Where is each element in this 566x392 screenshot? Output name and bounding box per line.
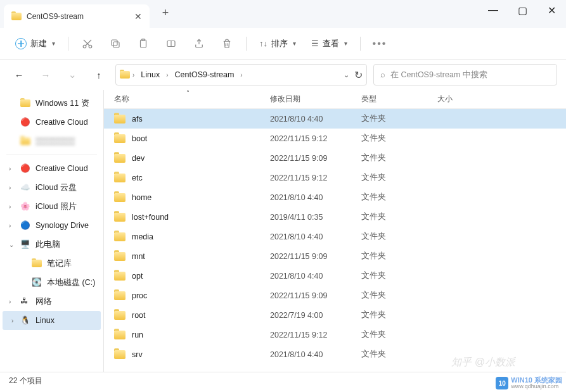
table-row[interactable]: mnt2022/11/15 9:09文件夹 bbox=[104, 246, 566, 266]
file-name: mnt bbox=[132, 252, 145, 261]
table-row[interactable]: opt2021/8/10 4:40文件夹 bbox=[104, 266, 566, 286]
sidebar-item-label: iCloud 照片 bbox=[35, 201, 77, 212]
history-dropdown-icon[interactable]: ⌄ bbox=[344, 71, 349, 79]
table-row[interactable]: etc2022/11/15 9:12文件夹 bbox=[104, 168, 566, 187]
refresh-button[interactable]: ↻ bbox=[354, 69, 363, 81]
file-name: boot bbox=[132, 134, 147, 143]
close-window-button[interactable]: ✕ bbox=[537, 0, 566, 20]
table-row[interactable]: root2022/7/19 4:00文件夹 bbox=[104, 305, 566, 325]
delete-button[interactable] bbox=[214, 32, 240, 55]
view-button[interactable]: ☰ 查看 ▾ bbox=[305, 35, 354, 53]
more-button[interactable]: ••• bbox=[367, 32, 392, 55]
table-row[interactable]: run2022/11/15 9:12文件夹 bbox=[104, 325, 566, 345]
sidebar-tree-item[interactable]: ›🖧网络 bbox=[0, 292, 103, 311]
col-date[interactable]: 修改日期 bbox=[270, 94, 361, 104]
folder-icon bbox=[20, 99, 30, 107]
breadcrumb-item[interactable]: Linux bbox=[137, 68, 164, 82]
new-button[interactable]: 新建 ▾ bbox=[9, 35, 61, 53]
sidebar-item-label: 网络 bbox=[35, 296, 52, 307]
view-label: 查看 bbox=[323, 38, 339, 49]
chevron-right-icon[interactable]: › bbox=[9, 203, 11, 210]
sidebar-item-label: Creative Cloud bbox=[35, 118, 88, 127]
sidebar-tree-item[interactable]: ›🌸iCloud 照片 bbox=[0, 197, 103, 216]
sidebar-tree-item[interactable]: ›🐧Linux bbox=[3, 311, 101, 330]
up-button[interactable]: ↑ bbox=[89, 65, 109, 85]
file-date: 2021/8/10 4:40 bbox=[270, 232, 361, 241]
table-row[interactable]: media2021/8/10 4:40文件夹 bbox=[104, 227, 566, 246]
file-name: opt bbox=[132, 272, 143, 281]
copy-button[interactable] bbox=[103, 32, 128, 55]
sidebar-quick-item[interactable]: Windows 11 资 bbox=[0, 94, 103, 113]
table-row[interactable]: afs2021/8/10 4:40文件夹 bbox=[104, 109, 566, 129]
file-name: etc bbox=[132, 174, 143, 182]
file-date: 2022/11/15 9:12 bbox=[270, 134, 361, 143]
share-button[interactable] bbox=[186, 32, 212, 55]
sidebar-tree-item[interactable]: ›☁️iCloud 云盘 bbox=[0, 178, 103, 197]
search-input[interactable]: ⌕ 在 CentOS9-stream 中搜索 bbox=[373, 64, 557, 85]
new-tab-button[interactable]: + bbox=[156, 6, 175, 20]
folder-icon bbox=[114, 213, 125, 222]
sidebar-quick-item[interactable]: 🔴Creative Cloud bbox=[0, 113, 103, 132]
plus-icon bbox=[15, 38, 27, 49]
chevron-right-icon[interactable]: › bbox=[9, 222, 11, 229]
rename-button[interactable] bbox=[158, 32, 184, 55]
chevron-right-icon[interactable]: › bbox=[9, 184, 11, 191]
minimize-button[interactable]: — bbox=[479, 0, 508, 20]
file-type: 文件夹 bbox=[361, 133, 437, 144]
sort-button[interactable]: ↑↓ 排序 ▾ bbox=[253, 35, 302, 53]
chevron-down-icon[interactable]: ⌄ bbox=[9, 241, 14, 248]
col-type[interactable]: 类型 bbox=[361, 94, 437, 104]
chevron-right-icon[interactable]: › bbox=[11, 317, 13, 324]
recent-dropdown[interactable]: ⌄ bbox=[62, 65, 82, 85]
maximize-button[interactable]: ▢ bbox=[508, 0, 537, 20]
app-icon: ☁️ bbox=[20, 182, 30, 193]
col-name[interactable]: 名称 bbox=[112, 94, 270, 104]
address-row: ← → ⌄ ↑ › Linux › CentOS9-stream › ⌄ ↻ ⌕… bbox=[0, 60, 566, 90]
file-date: 2022/11/15 9:09 bbox=[270, 252, 361, 261]
sidebar-item-label: 笔记库 bbox=[47, 258, 72, 269]
file-type: 文件夹 bbox=[361, 310, 437, 320]
chevron-down-icon: ▾ bbox=[52, 40, 55, 47]
table-row[interactable]: dev2022/11/15 9:09文件夹 bbox=[104, 148, 566, 168]
breadcrumb-item[interactable]: CentOS9-stream bbox=[171, 68, 238, 82]
file-type: 文件夹 bbox=[361, 231, 437, 242]
table-row[interactable]: proc2022/11/15 9:09文件夹 bbox=[104, 286, 566, 305]
table-row[interactable]: boot2022/11/15 9:12文件夹 bbox=[104, 129, 566, 148]
sidebar-tree-child[interactable]: 笔记库 bbox=[0, 254, 103, 273]
paste-button[interactable] bbox=[131, 32, 156, 55]
sidebar-quick-item[interactable]: ░░░░░░░ bbox=[0, 132, 103, 151]
window-tab[interactable]: CentOS9-stream ✕ bbox=[4, 4, 150, 28]
close-tab-icon[interactable]: ✕ bbox=[134, 11, 142, 22]
title-bar: CentOS9-stream ✕ + — ▢ ✕ bbox=[0, 0, 566, 28]
folder-icon bbox=[114, 174, 125, 182]
forward-button[interactable]: → bbox=[35, 65, 56, 85]
col-size[interactable]: 大小 bbox=[437, 94, 558, 104]
sidebar-item-label: 本地磁盘 (C:) bbox=[47, 277, 95, 288]
sidebar-tree-item[interactable]: ›🔴Creative Cloud bbox=[0, 159, 103, 178]
chevron-right-icon: › bbox=[240, 72, 242, 79]
sidebar-tree-item[interactable]: ⌄🖥️此电脑 bbox=[0, 235, 103, 254]
chevron-right-icon[interactable]: › bbox=[9, 165, 11, 172]
folder-icon bbox=[20, 137, 30, 145]
separator bbox=[360, 37, 361, 51]
app-icon: 🖧 bbox=[20, 296, 30, 307]
folder-icon bbox=[114, 134, 125, 143]
sidebar-tree-item[interactable]: ›🔵Synology Drive bbox=[0, 216, 103, 235]
chevron-right-icon[interactable]: › bbox=[9, 298, 11, 305]
file-list: afs2021/8/10 4:40文件夹boot2022/11/15 9:12文… bbox=[104, 109, 566, 372]
back-button[interactable]: ← bbox=[9, 65, 29, 85]
watermark-text: 知乎 @小数派 bbox=[451, 356, 515, 369]
table-row[interactable]: home2021/8/10 4:40文件夹 bbox=[104, 187, 566, 207]
file-type: 文件夹 bbox=[361, 192, 437, 203]
table-row[interactable]: lost+found2019/4/11 0:35文件夹 bbox=[104, 207, 566, 227]
file-date: 2021/8/10 4:40 bbox=[270, 272, 361, 281]
cut-button[interactable] bbox=[75, 32, 100, 55]
sidebar-item-label: ░░░░░░░ bbox=[35, 137, 75, 146]
folder-icon bbox=[114, 115, 125, 123]
window-controls: — ▢ ✕ bbox=[479, 0, 566, 20]
sidebar-tree-child[interactable]: 💽本地磁盘 (C:) bbox=[0, 273, 103, 292]
address-bar[interactable]: › Linux › CentOS9-stream › ⌄ ↻ bbox=[115, 64, 367, 85]
sidebar-item-label: 此电脑 bbox=[35, 239, 60, 250]
app-icon: 🖥️ bbox=[20, 239, 30, 250]
view-icon: ☰ bbox=[311, 39, 319, 48]
